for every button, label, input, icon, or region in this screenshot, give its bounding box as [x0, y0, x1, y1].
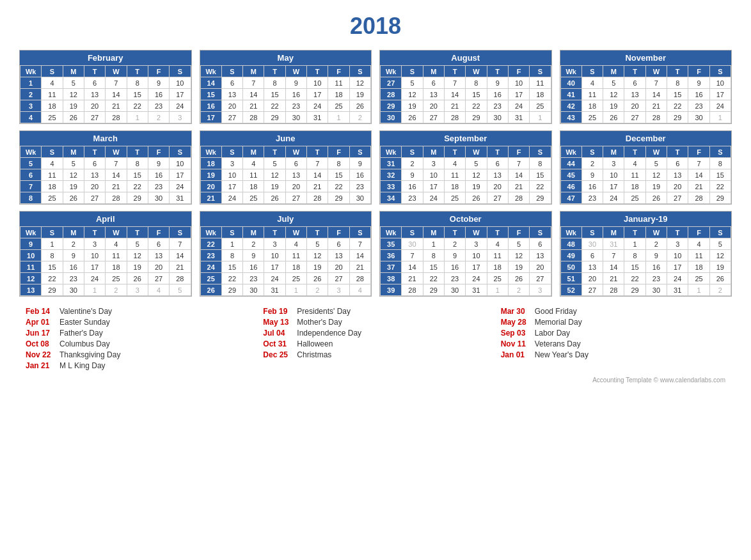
table-row: 10891011121314: [20, 250, 191, 261]
footer-text: Accounting Template © www.calendarlabs.c…: [19, 377, 732, 384]
holiday-code: Dec 25: [263, 350, 292, 359]
table-row: 3316171819202122: [381, 181, 551, 192]
table-row: 3928293031123: [381, 284, 551, 296]
holiday-name: Valentine's Day: [59, 307, 112, 316]
month-table: WkSMTWTFS4423456784591011121314154616171…: [560, 146, 732, 204]
table-row: 1222232425262728: [20, 273, 191, 284]
holiday-item: Nov 11Veterans Day: [501, 339, 725, 348]
month-title: July: [200, 212, 372, 226]
table-row: 17272829303112: [200, 112, 371, 123]
holiday-item: Nov 22Thanksgiving Day: [26, 350, 250, 359]
holidays-section: Feb 14Valentine's DayApr 01Easter Sunday…: [19, 307, 732, 370]
table-row: 262930311234: [200, 284, 371, 296]
table-row: 496789101112: [560, 250, 731, 261]
month-table: WkSMTWTFS3530123456367891011121337141516…: [380, 226, 551, 296]
table-row: 91234567: [20, 238, 191, 250]
month-table: WkSMTWTFS1467891011121513141516171819162…: [200, 65, 372, 123]
table-row: 825262728293031: [20, 192, 191, 204]
month-title: May: [200, 51, 372, 65]
table-row: 13293012345: [20, 284, 191, 296]
month-block-may: MayWkSMTWTFS1467891011121513141516171819…: [200, 50, 372, 124]
holiday-name: Easter Sunday: [59, 318, 110, 327]
holiday-name: Mother's Day: [297, 318, 342, 327]
table-row: 211121314151617: [20, 89, 191, 100]
table-row: 3714151617181920: [381, 261, 551, 273]
holiday-name: Labor Day: [535, 329, 570, 338]
month-table: WkSMTWTFS5456789106111213141516177181920…: [20, 146, 191, 204]
month-table: WkSMTWTFS4045678910411112131415161742181…: [560, 65, 732, 123]
table-row: 2812131415161718: [381, 89, 551, 100]
month-block-june: JuneWkSMTWTFS183456789191011121314151620…: [200, 130, 372, 205]
table-row: 3678910111213: [381, 250, 551, 261]
holiday-name: M L King Day: [59, 361, 106, 370]
table-row: 1115161718192021: [20, 261, 191, 273]
holiday-item: Jan 01New Year's Day: [501, 350, 725, 359]
table-row: 545678910: [20, 158, 191, 169]
table-row: 2919202122232425: [381, 100, 551, 112]
month-title: October: [380, 212, 551, 226]
holiday-name: Thanksgiving Day: [59, 350, 120, 359]
table-row: 5120212223242526: [560, 273, 731, 284]
month-title: June: [200, 131, 372, 146]
holiday-code: Apr 01: [26, 318, 54, 327]
holiday-code: May 28: [501, 318, 530, 327]
month-table: WkSMTWTFS9123456710891011121314111516171…: [20, 226, 191, 296]
holiday-code: May 13: [263, 318, 292, 327]
table-row: 3821222324252627: [381, 273, 551, 284]
holiday-name: Independence Day: [297, 329, 361, 338]
holiday-name: Father's Day: [59, 329, 103, 338]
table-row: 459101112131415: [560, 169, 731, 181]
month-table: WkSMTWTFS1456789102111213141516173181920…: [20, 65, 191, 123]
holiday-item: Jun 17Father's Day: [26, 329, 250, 338]
table-row: 302627282930311: [381, 112, 551, 123]
month-table: WkSMTWTFS2212345672389101112131424151617…: [200, 226, 372, 296]
holiday-code: Jun 17: [26, 329, 54, 338]
table-row: 4723242526272829: [560, 192, 731, 204]
month-block-october: OctoberWkSMTWTFS353012345636789101112133…: [379, 211, 552, 297]
holiday-name: Columbus Day: [59, 339, 110, 348]
table-row: 183456789: [200, 158, 371, 169]
table-row: 1910111213141516: [200, 169, 371, 181]
month-block-january-19: January-19WkSMTWTFS483031123454967891011…: [560, 211, 732, 297]
month-title: February: [20, 51, 191, 65]
table-row: 4616171819202122: [560, 181, 731, 192]
table-row: 718192021222324: [20, 181, 191, 192]
table-row: 221234567: [200, 238, 371, 250]
month-table: WkSMTWTFS2756789101128121314151617182919…: [380, 65, 551, 123]
table-row: 1513141516171819: [200, 89, 371, 100]
table-row: 4045678910: [560, 77, 731, 89]
holiday-code: Oct 31: [263, 339, 292, 348]
holiday-item: Feb 14Valentine's Day: [26, 307, 250, 316]
table-row: 611121314151617: [20, 169, 191, 181]
table-row: 5013141516171819: [560, 261, 731, 273]
holiday-item: Jan 21M L King Day: [26, 361, 250, 370]
holiday-item: Apr 01Easter Sunday: [26, 318, 250, 327]
month-table: WkSMTWTFS1834567891910111213141516201718…: [200, 146, 372, 204]
holiday-item: Oct 08Columbus Day: [26, 339, 250, 348]
holiday-item: Mar 30Good Friday: [501, 307, 725, 316]
table-row: 318192021222324: [20, 100, 191, 112]
month-table: WkSMTWTFS3123456783291011121314153316171…: [380, 146, 551, 204]
holiday-name: Good Friday: [535, 307, 577, 316]
holiday-item: Sep 03Labor Day: [501, 329, 725, 338]
month-title: April: [20, 212, 191, 226]
table-row: 3423242526272829: [381, 192, 551, 204]
holiday-code: Jul 04: [263, 329, 292, 338]
table-row: 432526272829301: [560, 112, 731, 123]
month-title: November: [560, 51, 732, 65]
calendar-year: 2018: [19, 13, 732, 40]
table-row: 425262728123: [20, 112, 191, 123]
table-row: 442345678: [560, 158, 731, 169]
table-row: 52272829303112: [560, 284, 731, 296]
month-title: August: [380, 51, 551, 65]
table-row: 4218192021222324: [560, 100, 731, 112]
month-block-august: AugustWkSMTWTFS2756789101128121314151617…: [379, 50, 552, 124]
holiday-item: May 13Mother's Day: [263, 318, 487, 327]
holiday-item: Oct 31Halloween: [263, 339, 487, 348]
holiday-code: Jan 21: [26, 361, 54, 370]
holiday-code: Mar 30: [501, 307, 530, 316]
month-title: December: [560, 131, 732, 146]
holiday-name: Presidents' Day: [297, 307, 351, 316]
table-row: 3530123456: [381, 238, 551, 250]
holiday-name: Halloween: [297, 339, 333, 348]
